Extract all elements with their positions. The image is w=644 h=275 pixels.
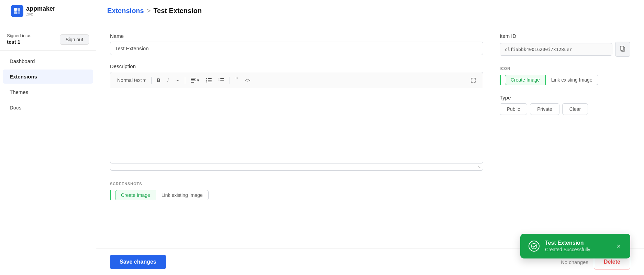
italic-button[interactable]: I bbox=[165, 76, 171, 84]
svg-point-12 bbox=[206, 81, 207, 82]
svg-rect-19 bbox=[620, 46, 624, 50]
svg-rect-9 bbox=[208, 78, 212, 79]
toast-title: Test Extension bbox=[545, 240, 610, 246]
screenshots-link-existing-tab[interactable]: Link existing Image bbox=[156, 190, 209, 200]
svg-text:1.: 1. bbox=[219, 78, 220, 79]
svg-rect-17 bbox=[220, 80, 224, 81]
chevron-down-icon: ▾ bbox=[143, 77, 146, 83]
svg-rect-6 bbox=[191, 81, 196, 81]
icon-tab-group: Create Image Link existing Image bbox=[500, 75, 630, 85]
breadcrumb-link[interactable]: Extensions bbox=[107, 7, 144, 15]
item-id-input[interactable] bbox=[500, 43, 612, 56]
type-public-button[interactable]: Public bbox=[500, 103, 527, 115]
more-options-button[interactable]: ··· bbox=[173, 76, 182, 84]
content-area: Name Description Normal text ▾ B bbox=[96, 22, 644, 248]
type-section: Type Public Private Clear bbox=[500, 95, 630, 115]
breadcrumb-separator: > bbox=[147, 7, 151, 15]
svg-rect-11 bbox=[208, 80, 212, 81]
right-column: Item ID ICON Create Image bbox=[500, 33, 630, 200]
logo-area: appmaker .xyz bbox=[11, 5, 107, 17]
description-section: Description Normal text ▾ B I ··· bbox=[110, 63, 483, 171]
item-id-row bbox=[500, 42, 630, 57]
logo-sub: .xyz bbox=[26, 12, 55, 16]
sidebar-item-dashboard[interactable]: Dashboard bbox=[3, 54, 93, 68]
quote-button[interactable]: " bbox=[233, 75, 240, 85]
no-changes-text: No changes bbox=[561, 259, 588, 265]
svg-rect-1 bbox=[18, 8, 20, 11]
svg-rect-13 bbox=[208, 82, 212, 82]
toolbar-separator-1 bbox=[151, 77, 152, 84]
svg-rect-5 bbox=[191, 79, 195, 80]
svg-rect-15 bbox=[220, 78, 224, 79]
bold-button[interactable]: B bbox=[154, 76, 163, 84]
type-clear-button[interactable]: Clear bbox=[562, 103, 588, 115]
expand-editor-button[interactable] bbox=[468, 76, 479, 84]
svg-point-8 bbox=[206, 78, 207, 79]
description-label: Description bbox=[110, 63, 483, 69]
screenshots-label: SCREENSHOTS bbox=[110, 182, 483, 186]
icon-link-existing-tab[interactable]: Link existing Image bbox=[546, 75, 598, 85]
bullet-list-button[interactable] bbox=[203, 76, 214, 84]
logo-name: appmaker bbox=[26, 6, 55, 12]
editor-toolbar: Normal text ▾ B I ··· ▾ bbox=[110, 72, 483, 88]
icon-create-image-tab[interactable]: Create Image bbox=[505, 75, 546, 85]
svg-text:2.: 2. bbox=[219, 80, 220, 81]
svg-rect-0 bbox=[14, 8, 17, 11]
type-btn-group: Public Private Clear bbox=[500, 103, 630, 115]
toast-close-button[interactable]: × bbox=[615, 242, 622, 250]
svg-rect-7 bbox=[191, 82, 194, 83]
svg-rect-4 bbox=[191, 78, 196, 78]
code-button[interactable]: <> bbox=[242, 76, 253, 84]
svg-rect-3 bbox=[18, 11, 20, 14]
svg-rect-2 bbox=[14, 11, 17, 14]
name-label: Name bbox=[110, 33, 483, 39]
sidebar-item-docs[interactable]: Docs bbox=[3, 101, 93, 115]
chevron-down-icon-align: ▾ bbox=[197, 77, 199, 83]
sidebar-item-extensions[interactable]: Extensions bbox=[3, 70, 93, 84]
toolbar-separator-3 bbox=[230, 77, 230, 84]
svg-point-10 bbox=[206, 80, 207, 81]
logo-text-block: appmaker .xyz bbox=[26, 6, 55, 17]
svg-point-20 bbox=[531, 243, 537, 249]
toolbar-separator-2 bbox=[185, 77, 185, 84]
screenshots-create-image-tab[interactable]: Create Image bbox=[115, 190, 156, 200]
item-id-section: Item ID bbox=[500, 33, 630, 57]
breadcrumb-current: Test Extension bbox=[153, 7, 202, 15]
text-style-label: Normal text bbox=[117, 77, 142, 83]
item-id-label: Item ID bbox=[500, 33, 630, 39]
copy-item-id-button[interactable] bbox=[615, 42, 630, 57]
type-label: Type bbox=[500, 95, 630, 101]
breadcrumb: Extensions > Test Extension bbox=[107, 7, 202, 15]
resize-handle-icon: ⤡ bbox=[477, 165, 481, 169]
numbered-list-button[interactable]: 1.2. bbox=[216, 76, 227, 84]
editor-wrapper: ⤡ bbox=[110, 88, 483, 171]
description-editor[interactable] bbox=[110, 88, 483, 163]
text-style-dropdown[interactable]: Normal text ▾ bbox=[114, 76, 148, 84]
toast-description: Created Successfully bbox=[545, 247, 610, 252]
screenshots-tab-group: Create Image Link existing Image bbox=[110, 190, 483, 200]
icon-section: ICON Create Image Link existing Image bbox=[500, 66, 630, 85]
name-input[interactable] bbox=[110, 42, 483, 55]
align-button[interactable]: ▾ bbox=[188, 76, 202, 84]
toast-notification: Test Extension Created Successfully × bbox=[520, 234, 630, 258]
user-section: Signed in as test 1 Sign out bbox=[0, 28, 96, 51]
icon-section-label: ICON bbox=[500, 66, 630, 71]
toast-success-icon bbox=[529, 241, 540, 252]
sidebar: Signed in as test 1 Sign out Dashboard E… bbox=[0, 22, 96, 275]
sign-out-button[interactable]: Sign out bbox=[60, 34, 89, 45]
screenshots-section: SCREENSHOTS Create Image Link existing I… bbox=[110, 182, 483, 200]
toast-content: Test Extension Created Successfully bbox=[545, 240, 610, 252]
left-column: Name Description Normal text ▾ B bbox=[110, 33, 483, 200]
logo-icon bbox=[11, 5, 23, 17]
type-private-button[interactable]: Private bbox=[530, 103, 559, 115]
sidebar-item-themes[interactable]: Themes bbox=[3, 85, 93, 99]
save-changes-button[interactable]: Save changes bbox=[110, 255, 166, 269]
